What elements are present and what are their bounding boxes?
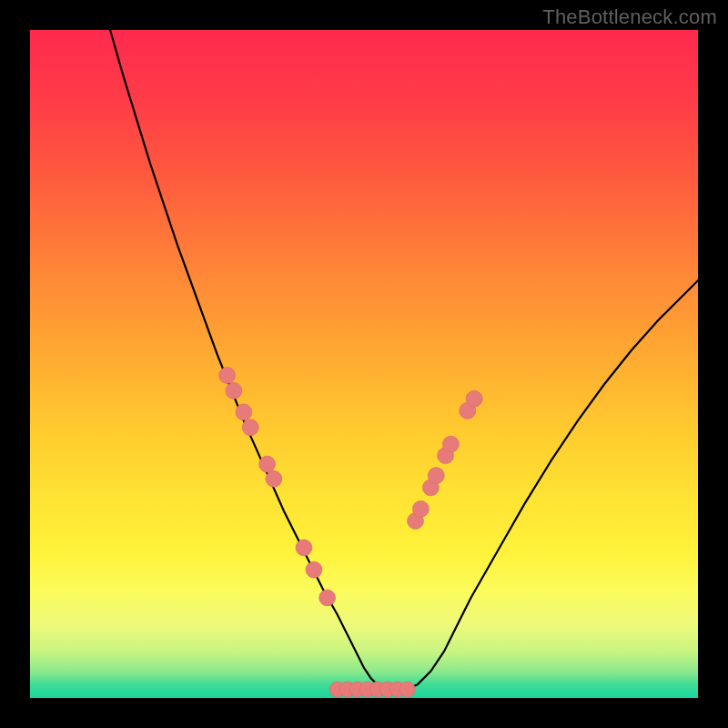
marker-dot: [226, 382, 242, 399]
marker-dot: [428, 468, 444, 484]
marker-dot: [466, 390, 482, 407]
marker-dot: [412, 500, 429, 517]
marker-dot: [219, 367, 236, 383]
plot-area: [30, 30, 698, 698]
marker-dot: [242, 420, 258, 436]
marker-dot: [259, 456, 276, 472]
marker-dot: [306, 561, 322, 578]
scatter-markers: [219, 367, 483, 696]
marker-dot: [236, 404, 252, 420]
marker-dot: [296, 540, 312, 556]
marker-dot: [266, 470, 282, 487]
marker-dot: [442, 436, 459, 452]
chart-frame: TheBottleneck.com: [0, 0, 728, 728]
watermark-text: TheBottleneck.com: [542, 5, 717, 29]
chart-svg: [30, 30, 698, 698]
marker-dot: [399, 682, 415, 697]
marker-dot: [319, 590, 336, 606]
bottleneck-curve: [110, 30, 698, 692]
